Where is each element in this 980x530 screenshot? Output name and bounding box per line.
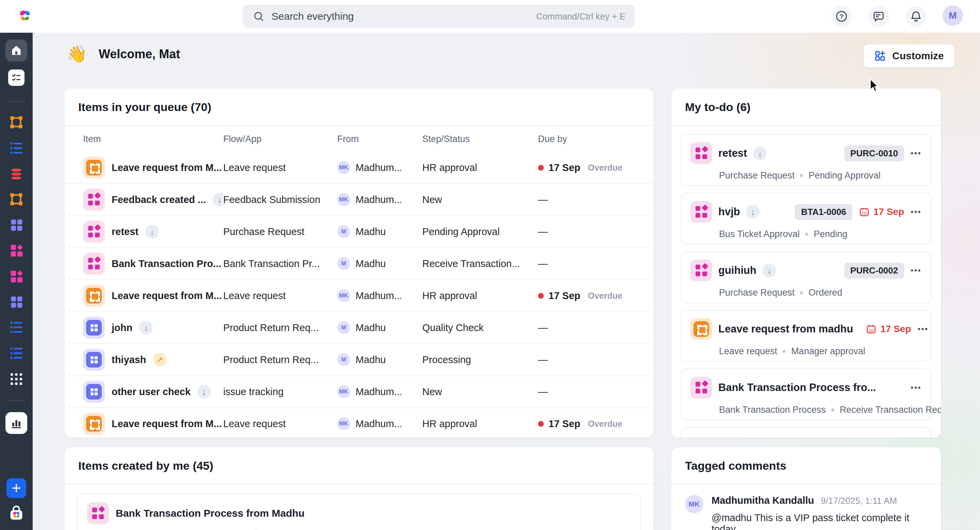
avatar: M bbox=[337, 321, 350, 334]
created-item[interactable]: Bank Transaction Process from Madhu Rece… bbox=[77, 493, 641, 530]
table-row[interactable]: other user check↓ issue tracking MKMadhu… bbox=[65, 376, 653, 408]
todo-flow: Purchase Request bbox=[719, 287, 795, 298]
table-row[interactable]: Leave request from M... Leave request MK… bbox=[65, 280, 653, 312]
help-icon: ? bbox=[835, 10, 848, 23]
more-options-icon[interactable]: ⋯ bbox=[910, 384, 922, 391]
todo-item-name[interactable]: retest bbox=[718, 147, 747, 160]
move-down-icon[interactable]: ↓ bbox=[197, 385, 211, 399]
move-down-icon[interactable]: ↓ bbox=[145, 225, 159, 238]
item-link[interactable]: Leave request from M... bbox=[111, 290, 222, 302]
table-row[interactable]: Leave request from M... Leave request MK… bbox=[65, 152, 653, 184]
global-search-input[interactable]: Search everything Command/Ctrl key + E bbox=[243, 5, 635, 28]
more-options-icon[interactable]: ⋯ bbox=[910, 150, 922, 157]
todo-item[interactable]: Leave request from madhu 17 Sep ⋯ Leave … bbox=[681, 310, 931, 362]
create-new-button[interactable] bbox=[6, 478, 26, 498]
todo-item[interactable]: Bank Transaction Process fro... ⋯ Bank T… bbox=[681, 369, 931, 420]
customize-button[interactable]: Customize bbox=[863, 44, 955, 68]
sidebar-item-list-2[interactable] bbox=[8, 319, 24, 335]
marketplace-button[interactable] bbox=[8, 504, 25, 522]
item-link[interactable]: john bbox=[111, 322, 132, 334]
process-item-icon bbox=[690, 318, 712, 340]
status-cell: Quality Check bbox=[422, 322, 538, 334]
sidebar-item-dataset[interactable] bbox=[8, 166, 24, 182]
todo-list: retest ↓ PURC-0010 ⋯ Purchase RequestPen… bbox=[671, 126, 941, 438]
sidebar-item-app-2[interactable] bbox=[8, 268, 24, 284]
table-row[interactable]: john↓ Product Return Req... MMadhu Quali… bbox=[65, 312, 653, 344]
todo-item-name[interactable]: hvjb bbox=[718, 206, 740, 218]
created-item-name[interactable]: Bank Transaction Process from Madhu bbox=[116, 508, 305, 519]
from-cell: Madhum... bbox=[356, 418, 402, 429]
status-cell: HR approval bbox=[422, 162, 538, 173]
flow-cell: Leave request bbox=[223, 162, 337, 173]
grid-icon bbox=[9, 294, 24, 309]
item-link[interactable]: Bank Transaction Pro... bbox=[111, 258, 221, 270]
sidebar-item-board-2[interactable] bbox=[9, 294, 24, 309]
sidebar-item-my-items[interactable] bbox=[8, 69, 24, 86]
move-down-icon[interactable]: ↓ bbox=[762, 263, 776, 277]
sidebar-item-app-1[interactable] bbox=[8, 243, 24, 258]
app-item-icon bbox=[83, 253, 105, 275]
item-link[interactable]: retest bbox=[111, 226, 138, 238]
user-avatar[interactable]: M bbox=[943, 5, 963, 26]
app-item-icon bbox=[690, 260, 712, 281]
item-link[interactable]: Feedback created ... bbox=[111, 194, 206, 205]
table-row[interactable]: Leave request from M... Leave request MK… bbox=[65, 408, 653, 438]
my-todo-card: My to-do (6) retest ↓ PURC-0010 ⋯ Purcha… bbox=[671, 89, 941, 438]
app-item-icon bbox=[690, 377, 712, 399]
flow-cell: Product Return Req... bbox=[223, 354, 337, 366]
move-down-icon[interactable]: ↓ bbox=[213, 193, 223, 206]
sidebar-item-list-1[interactable] bbox=[8, 140, 24, 156]
table-row[interactable]: thiyash↗ Product Return Req... MMadhu Pr… bbox=[65, 344, 653, 376]
kissflow-logo-icon[interactable] bbox=[17, 8, 33, 24]
more-options-icon[interactable]: ⋯ bbox=[910, 267, 922, 274]
comment-author: Madhumitha Kandallu bbox=[711, 495, 814, 506]
todo-item[interactable]: guihiuh ↓ PURC-0002 ⋯ Purchase RequestOr… bbox=[681, 251, 931, 303]
todo-item[interactable]: retest ↓ PURC-0010 ⋯ Purchase RequestPen… bbox=[681, 134, 931, 186]
todo-item[interactable]: hvjb ↓ BTA1-0006 17 Sep ⋯ Bus Ticket App… bbox=[681, 193, 931, 244]
list-icon bbox=[8, 345, 24, 361]
from-cell: Madhu bbox=[356, 322, 386, 334]
comment-text: @madhu This is a VIP pass ticket complet… bbox=[711, 512, 927, 530]
svg-text:?: ? bbox=[840, 13, 843, 20]
move-down-icon[interactable]: ↓ bbox=[746, 205, 760, 219]
search-placeholder: Search everything bbox=[272, 11, 530, 22]
overdue-dot-icon bbox=[538, 421, 544, 427]
sidebar-item-analytics[interactable] bbox=[5, 412, 27, 434]
status-cell: HR approval bbox=[422, 418, 538, 429]
todo-item-partial[interactable] bbox=[681, 427, 931, 438]
sidebar-item-list-3[interactable] bbox=[8, 345, 24, 361]
notifications-button[interactable] bbox=[905, 6, 927, 27]
todo-flow: Purchase Request bbox=[719, 170, 795, 181]
item-link[interactable]: Leave request from M... bbox=[111, 162, 222, 173]
sidebar-item-process-1[interactable] bbox=[8, 115, 24, 130]
item-link[interactable]: thiyash bbox=[111, 354, 146, 366]
dot-separator bbox=[831, 409, 834, 412]
sidebar-item-home[interactable] bbox=[5, 40, 27, 61]
table-row[interactable]: Feedback created ...↓ Feedback Submissio… bbox=[65, 184, 653, 216]
sidebar-item-process-2[interactable] bbox=[8, 192, 24, 207]
table-row[interactable]: retest↓ Purchase Request MMadhu Pending … bbox=[65, 216, 653, 248]
from-cell: Madhu bbox=[356, 354, 386, 366]
more-options-icon[interactable]: ⋯ bbox=[910, 208, 922, 215]
more-options-icon[interactable]: ⋯ bbox=[917, 326, 929, 332]
sidebar-item-board-1[interactable] bbox=[9, 217, 24, 232]
todo-item-name[interactable]: Leave request from madhu bbox=[718, 323, 853, 335]
item-link[interactable]: Leave request from M... bbox=[111, 418, 222, 429]
calendar-icon bbox=[865, 323, 877, 335]
todo-item-name[interactable]: Bank Transaction Process fro... bbox=[718, 382, 876, 394]
welcome-header: 👋 Welcome, Mat bbox=[67, 44, 180, 64]
app-item-icon bbox=[690, 201, 712, 223]
move-down-icon[interactable]: ↓ bbox=[139, 321, 153, 334]
item-link[interactable]: other user check bbox=[111, 386, 191, 398]
dot-separator bbox=[800, 174, 803, 177]
flow-cell: Leave request bbox=[223, 418, 337, 429]
avatar: MK bbox=[685, 495, 703, 513]
move-down-icon[interactable]: ↓ bbox=[753, 147, 767, 160]
comment-item[interactable]: MK Madhumitha Kandallu 9/17/2025, 1:11 A… bbox=[671, 485, 941, 530]
sidebar-item-all-apps[interactable] bbox=[8, 371, 24, 387]
table-row[interactable]: Bank Transaction Pro... Bank Transaction… bbox=[65, 248, 653, 280]
shared-arrow-icon[interactable]: ↗ bbox=[153, 353, 167, 367]
chat-button[interactable] bbox=[868, 6, 889, 27]
todo-item-name[interactable]: guihiuh bbox=[718, 264, 756, 276]
help-button[interactable]: ? bbox=[831, 6, 852, 27]
